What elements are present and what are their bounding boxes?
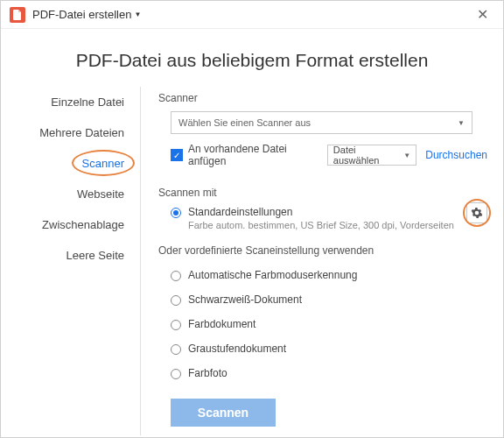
scan-with-label: Scannen mit bbox=[158, 187, 487, 199]
preset-list: Automatische Farbmoduserkennung Schwarzw… bbox=[158, 269, 487, 379]
radio-icon bbox=[171, 369, 181, 379]
dropdown-caret-icon[interactable]: ▼ bbox=[134, 11, 141, 18]
sidebar-item-label: Einzelne Datei bbox=[51, 95, 124, 109]
radio-preset-color-doc[interactable]: Farbdokument bbox=[171, 318, 487, 330]
radio-icon bbox=[171, 295, 181, 306]
radio-preset-bw-doc[interactable]: Schwarzweiß-Dokument bbox=[171, 293, 487, 306]
sidebar-item-label: Leere Seite bbox=[66, 249, 125, 262]
radio-default-settings[interactable]: Standardeinstellungen Farbe autom. besti… bbox=[171, 206, 487, 230]
radio-sublabel: Farbe autom. bestimmen, US Brief Size, 3… bbox=[188, 220, 454, 230]
radio-label: Standardeinstellungen bbox=[188, 206, 454, 218]
sidebar: Einzelne Datei Mehrere Dateien Scanner W… bbox=[8, 87, 141, 435]
scanner-select-placeholder: Wählen Sie einen Scanner aus bbox=[178, 117, 311, 128]
default-settings-row: Standardeinstellungen Farbe autom. besti… bbox=[158, 206, 487, 230]
radio-label: Automatische Farbmoduserkennung bbox=[188, 269, 357, 281]
checkbox-checked-icon: ✓ bbox=[171, 149, 183, 161]
append-checkbox-wrap[interactable]: ✓ An vorhandene Datei anfügen bbox=[171, 143, 318, 167]
sidebar-item-label: Scanner bbox=[82, 157, 124, 170]
sidebar-item-clipboard[interactable]: Zwischenablage bbox=[8, 209, 140, 240]
radio-label: Schwarzweiß-Dokument bbox=[188, 293, 302, 306]
scanner-select[interactable]: Wählen Sie einen Scanner aus ▼ bbox=[171, 111, 472, 134]
browse-link[interactable]: Durchsuchen bbox=[425, 149, 487, 161]
pdf-file-icon bbox=[10, 7, 25, 23]
chevron-down-icon: ▼ bbox=[458, 119, 465, 127]
dialog-window: PDF-Datei erstellen ▼ ✕ PDF-Datei aus be… bbox=[0, 0, 504, 438]
radio-label: Farbdokument bbox=[188, 318, 256, 330]
append-row: ✓ An vorhandene Datei anfügen Datei ausw… bbox=[171, 143, 487, 167]
close-button[interactable]: ✕ bbox=[470, 3, 494, 27]
radio-label: Farbfoto bbox=[188, 367, 228, 379]
radio-preset-auto-color[interactable]: Automatische Farbmoduserkennung bbox=[171, 269, 487, 281]
file-select[interactable]: Datei auswählen ▼ bbox=[327, 145, 416, 166]
sidebar-item-label: Mehrere Dateien bbox=[39, 126, 124, 139]
radio-checked-icon bbox=[171, 208, 181, 218]
sidebar-item-multiple-files[interactable]: Mehrere Dateien bbox=[8, 117, 140, 148]
scan-with-section: Scannen mit Standardeinstellungen Farbe … bbox=[158, 187, 487, 427]
sidebar-item-label: Webseite bbox=[77, 187, 124, 201]
gear-icon bbox=[471, 207, 483, 219]
page-heading: PDF-Datei aus beliebigem Format erstelle… bbox=[1, 29, 503, 87]
sidebar-item-webpage[interactable]: Webseite bbox=[8, 179, 140, 209]
main-panel: Scanner Wählen Sie einen Scanner aus ▼ ✓… bbox=[141, 87, 503, 435]
radio-icon bbox=[171, 271, 181, 281]
radio-preset-grayscale-doc[interactable]: Graustufendokument bbox=[171, 343, 487, 355]
content-area: Einzelne Datei Mehrere Dateien Scanner W… bbox=[1, 87, 503, 435]
scan-button[interactable]: Scannen bbox=[171, 399, 276, 427]
sidebar-item-scanner[interactable]: Scanner bbox=[8, 148, 140, 179]
gear-wrap bbox=[466, 202, 487, 223]
append-label: An vorhandene Datei anfügen bbox=[188, 143, 318, 167]
settings-button[interactable] bbox=[466, 202, 487, 223]
titlebar-title: PDF-Datei erstellen ▼ bbox=[32, 8, 470, 21]
titlebar: PDF-Datei erstellen ▼ ✕ bbox=[1, 1, 503, 29]
scanner-section-label: Scanner bbox=[158, 92, 487, 104]
sidebar-item-blank-page[interactable]: Leere Seite bbox=[8, 240, 140, 271]
sidebar-item-single-file[interactable]: Einzelne Datei bbox=[8, 87, 140, 117]
radio-icon bbox=[171, 320, 181, 330]
file-select-label: Datei auswählen bbox=[333, 145, 404, 166]
chevron-down-icon: ▼ bbox=[403, 152, 410, 159]
titlebar-title-text: PDF-Datei erstellen bbox=[32, 8, 131, 21]
sidebar-item-label: Zwischenablage bbox=[42, 218, 124, 231]
scan-button-label: Scannen bbox=[198, 406, 248, 420]
radio-icon bbox=[171, 344, 181, 355]
predef-label: Oder vordefinierte Scaneinstellung verwe… bbox=[158, 244, 487, 257]
radio-preset-color-photo[interactable]: Farbfoto bbox=[171, 367, 487, 379]
radio-label: Graustufendokument bbox=[188, 343, 286, 355]
